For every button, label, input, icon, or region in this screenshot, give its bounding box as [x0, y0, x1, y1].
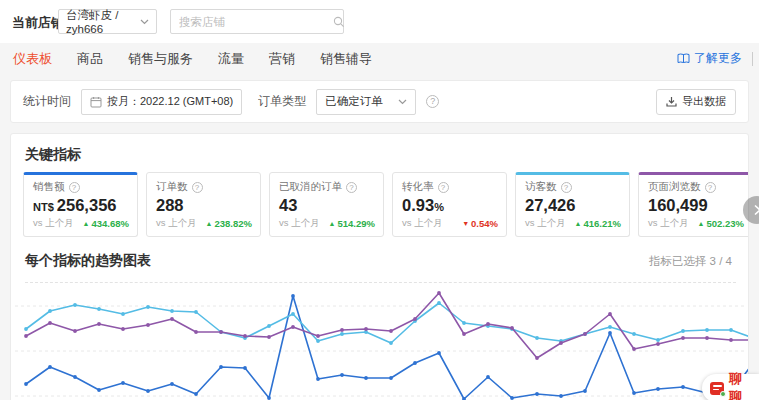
metric-card-sales[interactable]: 销售额? NT$ 256,356 vs 上个月▲434.68% — [23, 172, 138, 237]
help-icon[interactable]: ? — [438, 182, 449, 193]
change-badge: ▲416.21% — [575, 218, 621, 229]
trend-arrow-icon: ▼ — [462, 220, 469, 227]
learn-more-label: 了解更多 — [694, 50, 742, 67]
tab-traffic[interactable]: 流量 — [218, 50, 244, 68]
time-range-picker[interactable]: 按月：2022.12 (GMT+08) — [81, 89, 242, 115]
metric-card-orders[interactable]: 订单数? 288 vs 上个月▲238.82% — [146, 172, 261, 237]
shop-search-box[interactable] — [170, 9, 344, 34]
change-badge: ▲514.29% — [329, 218, 375, 229]
change-badge: ▲502.23% — [698, 218, 744, 229]
export-data-label: 导出数据 — [682, 94, 726, 109]
tab-products[interactable]: 商品 — [77, 50, 103, 68]
vs-label: vs 上个月 — [279, 217, 320, 230]
search-input[interactable] — [179, 16, 333, 28]
metric-title: 访客数 — [525, 180, 557, 194]
change-badge: ▲238.82% — [206, 218, 252, 229]
top-bar: 当前店铺 台湾虾皮 / zyh666 — [0, 0, 759, 43]
vs-label: vs 上个月 — [33, 217, 74, 230]
time-range-value: 按月：2022.12 (GMT+08) — [107, 94, 233, 109]
tab-sales-coaching[interactable]: 销售辅导 — [320, 50, 372, 68]
vs-label: vs 上个月 — [648, 217, 689, 230]
chevron-down-icon — [398, 99, 407, 105]
metric-value: 160,499 — [648, 196, 708, 214]
current-shop-label: 当前店铺 — [12, 14, 64, 32]
metric-title: 已取消的订单 — [279, 180, 342, 194]
chat-widget-button[interactable]: 聊聊 — [702, 374, 759, 400]
tab-sales-service[interactable]: 销售与服务 — [128, 50, 193, 68]
order-type-label: 订单类型 — [258, 93, 306, 110]
metric-title: 转化率 — [402, 180, 434, 194]
trend-arrow-icon: ▲ — [329, 220, 336, 227]
shop-selector-value: 台湾虾皮 / zyh666 — [66, 8, 140, 35]
trend-line-chart[interactable] — [11, 279, 749, 400]
book-icon — [677, 53, 690, 64]
tab-marketing[interactable]: 营销 — [269, 50, 295, 68]
currency-prefix: NT$ — [33, 201, 57, 213]
chevron-down-icon — [140, 19, 149, 25]
trend-arrow-icon: ▲ — [206, 220, 213, 227]
download-icon — [666, 96, 677, 107]
vs-label: vs 上个月 — [402, 217, 443, 230]
export-data-button[interactable]: 导出数据 — [656, 89, 736, 115]
metric-value: 43 — [279, 196, 297, 214]
order-type-value: 已确定订单 — [325, 94, 383, 109]
trend-arrow-icon: ▲ — [698, 220, 705, 227]
metric-value: 288 — [156, 196, 184, 214]
trend-arrow-icon: ▲ — [83, 220, 90, 227]
metric-cards-row: 销售额? NT$ 256,356 vs 上个月▲434.68% 订单数? 288… — [23, 172, 749, 237]
help-icon[interactable]: ? — [346, 182, 357, 193]
calendar-icon — [90, 96, 102, 108]
change-badge: ▼0.54% — [462, 218, 498, 229]
metric-title: 订单数 — [156, 180, 188, 194]
metric-title: 页面浏览数 — [648, 180, 701, 194]
chat-bubble-icon — [710, 382, 724, 395]
metric-card-visitors[interactable]: 访客数? 27,426 vs 上个月▲416.21% — [515, 172, 630, 237]
metric-title: 销售额 — [33, 180, 65, 194]
main-nav: 仪表板 商品 销售与服务 流量 营销 销售辅导 了解更多 — [0, 43, 759, 74]
help-icon[interactable]: ? — [561, 182, 572, 193]
help-icon[interactable]: ? — [705, 182, 716, 193]
vs-label: vs 上个月 — [156, 217, 197, 230]
trend-chart-title: 每个指标的趋势图表 — [25, 252, 151, 270]
time-filter-label: 统计时间 — [23, 93, 71, 110]
dashboard-panel: 关键指标 销售额? NT$ 256,356 vs 上个月▲434.68% 订单数… — [10, 133, 749, 400]
metric-value: 256,356 — [57, 196, 117, 214]
learn-more-link[interactable]: 了解更多 — [677, 50, 742, 67]
tab-dashboard[interactable]: 仪表板 — [13, 50, 52, 68]
chat-label: 聊聊 — [729, 370, 753, 400]
key-metrics-title: 关键指标 — [25, 146, 81, 164]
filter-bar: 统计时间 按月：2022.12 (GMT+08) 订单类型 已确定订单 ? 导出… — [10, 80, 749, 123]
change-badge: ▲434.68% — [83, 218, 129, 229]
shop-selector-dropdown[interactable]: 台湾虾皮 / zyh666 — [58, 9, 157, 34]
metric-card-conversion-rate[interactable]: 转化率? 0.93% vs 上个月▼0.54% — [392, 172, 507, 237]
vs-label: vs 上个月 — [525, 217, 566, 230]
trend-arrow-icon: ▲ — [575, 220, 582, 227]
search-icon — [333, 16, 345, 28]
metric-card-cancelled-orders[interactable]: 已取消的订单? 43 vs 上个月▲514.29% — [269, 172, 384, 237]
metrics-selected-count: 指标已选择 3 / 4 — [649, 254, 732, 269]
metric-card-pageviews[interactable]: 页面浏览数? 160,499 vs 上个月▲502.23% — [638, 172, 749, 237]
order-type-select[interactable]: 已确定订单 — [316, 89, 416, 115]
metric-value: 27,426 — [525, 196, 575, 214]
metric-value: 0.93 — [402, 196, 434, 214]
help-icon[interactable]: ? — [69, 182, 80, 193]
order-type-help-icon[interactable]: ? — [426, 95, 439, 108]
chevron-right-icon — [753, 204, 759, 216]
help-icon[interactable]: ? — [192, 182, 203, 193]
nav-divider — [752, 52, 753, 66]
